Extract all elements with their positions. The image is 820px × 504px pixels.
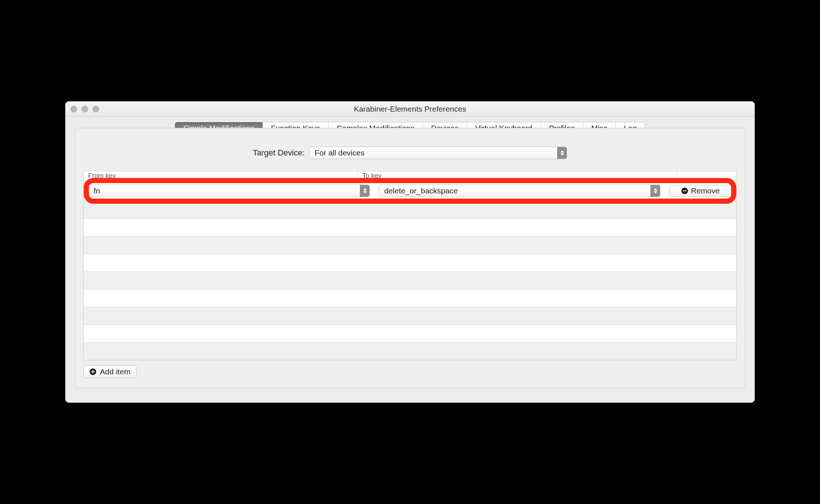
add-item-button[interactable]: Add item bbox=[83, 365, 137, 378]
table-row bbox=[84, 254, 736, 272]
tab-panel: Target Device: For all devices From key … bbox=[75, 128, 745, 388]
updown-icon bbox=[650, 185, 660, 197]
updown-icon bbox=[557, 147, 567, 159]
table-header: From key To key bbox=[84, 171, 736, 181]
target-device-label: Target Device: bbox=[253, 148, 305, 158]
table-row: fn delete_or_backspace Remove bbox=[88, 185, 732, 197]
table-row bbox=[84, 342, 736, 360]
from-key-value: fn bbox=[94, 186, 100, 195]
table-footer: Add item bbox=[83, 365, 737, 378]
window-title: Karabiner-Elements Preferences bbox=[354, 105, 466, 113]
target-device-value: For all devices bbox=[315, 148, 364, 157]
remove-button-label: Remove bbox=[691, 186, 720, 195]
col-from-key: From key bbox=[84, 171, 358, 181]
highlighted-row: fn delete_or_backspace Remove bbox=[84, 181, 736, 201]
table-row bbox=[84, 325, 736, 342]
updown-icon bbox=[360, 185, 369, 197]
to-key-value: delete_or_backspace bbox=[384, 186, 458, 195]
table-row bbox=[84, 236, 736, 254]
col-to-key: To key bbox=[358, 171, 677, 181]
titlebar: Karabiner-Elements Preferences bbox=[65, 101, 755, 117]
table-row bbox=[84, 272, 736, 289]
add-item-label: Add item bbox=[100, 367, 131, 376]
table-row bbox=[84, 218, 736, 236]
from-key-select[interactable]: fn bbox=[88, 185, 370, 197]
col-actions bbox=[677, 171, 736, 181]
to-key-select[interactable]: delete_or_backspace bbox=[379, 185, 660, 197]
modifications-table: From key To key fn delete_or_backspace bbox=[83, 171, 737, 360]
minus-circle-icon bbox=[681, 188, 688, 194]
close-window-icon[interactable] bbox=[70, 106, 77, 112]
minimize-window-icon[interactable] bbox=[81, 106, 88, 112]
preferences-window: Karabiner-Elements Preferences Simple Mo… bbox=[65, 101, 755, 403]
target-device-select[interactable]: For all devices bbox=[309, 147, 567, 159]
table-row bbox=[84, 307, 736, 325]
table-row bbox=[84, 289, 736, 307]
target-device-row: Target Device: For all devices bbox=[75, 147, 745, 159]
window-controls bbox=[70, 101, 99, 116]
table-row bbox=[84, 201, 736, 218]
zoom-window-icon[interactable] bbox=[93, 106, 99, 112]
plus-circle-icon bbox=[90, 368, 96, 375]
window-body: Simple Modifications Function Keys Compl… bbox=[65, 117, 755, 403]
empty-rows bbox=[84, 201, 736, 360]
remove-button[interactable]: Remove bbox=[669, 185, 732, 197]
